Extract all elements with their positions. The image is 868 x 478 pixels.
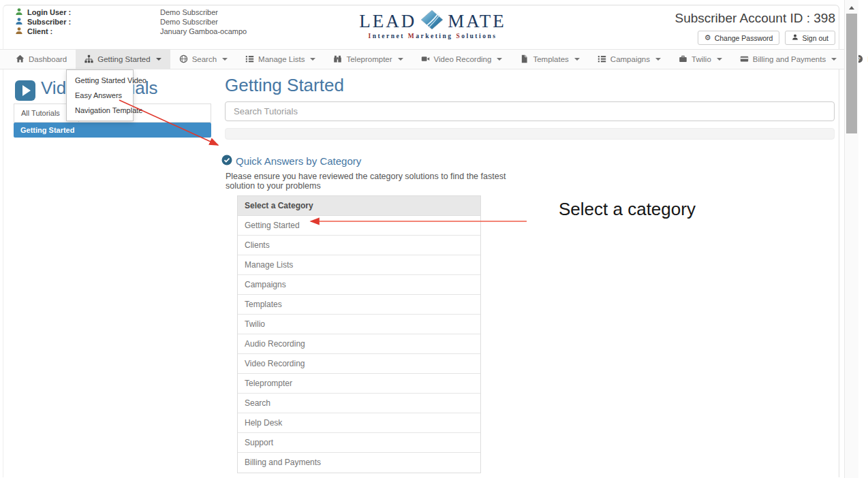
dropdown-item-easy-answers[interactable]: Easy Answers (67, 88, 133, 103)
logo-lead-text: LEAD (359, 11, 416, 32)
annotation-select-a-category: Select a category (559, 199, 696, 220)
home-icon (16, 54, 25, 65)
category-row-getting-started[interactable]: Getting Started (238, 216, 480, 236)
category-row-campaigns[interactable]: Campaigns (238, 275, 480, 295)
sign-out-button[interactable]: Sign out (785, 31, 835, 45)
nav-label: Search (192, 55, 217, 63)
login-user-label: Login User : (27, 8, 71, 16)
nav-label: Dashboard (29, 55, 67, 63)
user-icon (15, 17, 23, 27)
tagline-cap: M (408, 33, 416, 39)
chevron-down-icon (222, 58, 228, 61)
play-icon (15, 80, 35, 101)
list-icon (598, 54, 606, 65)
nav-item-search[interactable]: Search (170, 50, 236, 69)
tutorials-list-item-getting-started[interactable]: Getting Started (14, 123, 211, 138)
nav-label: Billing and Payments (753, 55, 826, 63)
user-icon (15, 27, 23, 36)
nav-label: Campaigns (610, 55, 650, 63)
category-table: Select a Category Getting Started Client… (237, 195, 481, 473)
briefcase-icon (679, 54, 687, 65)
credit-card-icon (740, 54, 749, 65)
category-row-manage-lists[interactable]: Manage Lists (238, 255, 480, 275)
description-line: Please ensure you have reviewed the cate… (226, 172, 506, 182)
check-circle-icon (221, 155, 232, 168)
chevron-down-icon (831, 58, 837, 61)
category-row-support[interactable]: Support (238, 433, 480, 453)
subscriber-account-id: Subscriber Account ID : 398 (675, 11, 835, 26)
nav-label: Manage Lists (258, 55, 305, 63)
logo-mate-text: MATE (448, 11, 506, 32)
category-row-billing-and-payments[interactable]: Billing and Payments (238, 453, 480, 473)
user-icon (792, 33, 799, 42)
dropdown-item-getting-started-video[interactable]: Getting Started Video (67, 73, 133, 88)
nav-item-teleprompter[interactable]: Teleprompter (324, 50, 412, 69)
nav-label: Teleprompter (346, 55, 392, 63)
list-icon (245, 54, 254, 65)
user-icon (15, 7, 23, 17)
category-row-search[interactable]: Search (238, 394, 480, 413)
sitemap-icon (84, 54, 93, 65)
client-label: Client : (27, 27, 52, 35)
nav-label: Templates (533, 55, 568, 63)
login-user-value: Demo Subscriber (160, 8, 218, 16)
vertical-scrollbar (844, 0, 858, 478)
tagline-cap: S (456, 33, 461, 39)
category-row-twilio[interactable]: Twilio (238, 315, 480, 334)
collapsed-panel-strip (225, 128, 835, 140)
nav-label: Video Recording (434, 55, 492, 63)
leadmate-logo: LEAD MATE Internet Marketing Solutions (344, 10, 521, 39)
category-row-templates[interactable]: Templates (238, 295, 480, 315)
chevron-down-icon (156, 58, 161, 61)
category-row-audio-recording[interactable]: Audio Recording (238, 334, 480, 354)
nav-item-templates[interactable]: Templates (511, 50, 588, 69)
nav-item-getting-started[interactable]: Getting Started (76, 50, 170, 69)
nav-item-twilio[interactable]: Twilio (670, 50, 731, 69)
globe-icon (179, 54, 188, 65)
binoculars-icon (333, 54, 342, 65)
search-input[interactable] (225, 101, 835, 121)
logo-diamond-icon (421, 10, 443, 32)
main-navbar: Dashboard Getting Started Search Manage … (0, 49, 844, 69)
video-camera-icon (421, 54, 430, 65)
logo-tagline: Internet Marketing Solutions (344, 33, 521, 39)
gear-icon: ⚙ (704, 34, 711, 42)
category-row-help-desk[interactable]: Help Desk (238, 413, 480, 433)
tagline-rest: nternet (373, 33, 405, 39)
change-password-button[interactable]: ⚙ Change Password (698, 31, 780, 45)
nav-item-billing-and-payments[interactable]: Billing and Payments (731, 50, 846, 69)
nav-item-manage-lists[interactable]: Manage Lists (236, 50, 324, 69)
scrollbar-thumb[interactable] (846, 14, 857, 133)
tagline-rest: olutions (461, 33, 497, 39)
nav-item-video-recording[interactable]: Video Recording (412, 50, 512, 69)
subscriber-label: Subscriber : (27, 18, 71, 26)
chevron-down-icon (497, 58, 502, 61)
subscriber-value: Demo Subscriber (160, 18, 218, 26)
category-row-teleprompter[interactable]: Teleprompter (238, 374, 480, 394)
category-table-header: Select a Category (238, 196, 480, 216)
getting-started-dropdown: Getting Started Video Easy Answers Navig… (66, 69, 134, 121)
tagline-rest: arketing (416, 33, 452, 39)
nav-label: Twilio (692, 55, 711, 63)
chevron-down-icon (574, 58, 580, 61)
account-buttons: ⚙ Change Password Sign out (698, 31, 835, 45)
chevron-down-icon (655, 58, 661, 61)
quick-answers-description: Please ensure you have reviewed the cate… (226, 172, 506, 191)
file-icon (520, 54, 529, 65)
quick-answers-title: Quick Answers by Category (236, 155, 361, 167)
description-line: solution to your problems (226, 182, 506, 191)
scroll-up-arrow-icon[interactable] (849, 6, 854, 10)
page-title: Getting Started (225, 75, 344, 96)
category-row-video-recording[interactable]: Video Recording (238, 354, 480, 374)
nav-item-campaigns[interactable]: Campaigns (589, 50, 670, 69)
chevron-down-icon (717, 58, 722, 61)
sign-out-label: Sign out (802, 34, 828, 42)
category-row-clients[interactable]: Clients (238, 236, 480, 255)
nav-item-dashboard[interactable]: Dashboard (7, 50, 76, 69)
change-password-label: Change Password (715, 34, 773, 42)
dropdown-item-navigation-template[interactable]: Navigation Template (67, 103, 133, 118)
client-value: January Gamboa-ocampo (160, 27, 247, 35)
chevron-down-icon (310, 58, 315, 61)
chevron-down-icon (398, 58, 403, 61)
nav-label: Getting Started (97, 55, 150, 63)
